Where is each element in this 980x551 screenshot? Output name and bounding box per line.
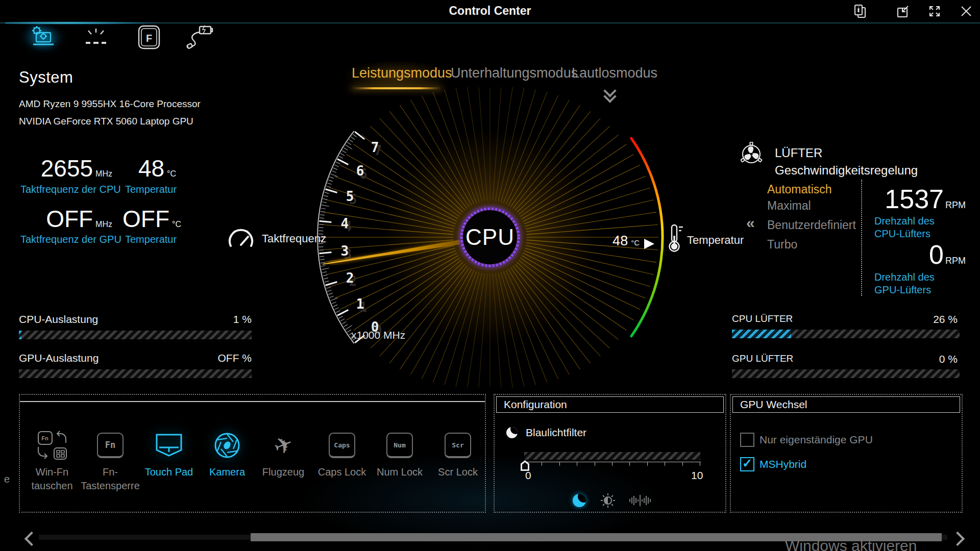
touchpad-icon (138, 429, 200, 462)
gpu-wechsel-title: GPU Wechsel (732, 396, 960, 413)
fn-key-icon: Fn (80, 429, 141, 462)
window-title: Control Center (0, 4, 980, 18)
mshybrid-label[interactable]: MSHybrid (760, 458, 806, 470)
num-key-icon: Num (369, 429, 430, 462)
tab-system[interactable] (18, 23, 66, 51)
tabbar: F (0, 23, 980, 52)
quick-button-label: Scr Lock (427, 465, 488, 479)
quick-buttons-panel-header (20, 395, 485, 402)
moon-icon (506, 427, 518, 438)
quick-button-label: Caps Lock (311, 465, 373, 479)
quick-button-label: Win-Fntauschen (21, 465, 83, 493)
temperature-label: Temperatur (687, 234, 744, 247)
svg-text:F: F (146, 33, 152, 44)
night-mode-icon[interactable] (573, 494, 586, 507)
backlight-icon (84, 27, 108, 48)
quick-button-win-fn-swap[interactable]: Fn Win-Fntauschen (21, 429, 83, 493)
svg-text:2: 2 (349, 273, 357, 289)
scroll-right-icon[interactable] (950, 532, 965, 546)
quick-button-label: Flugzeug (253, 465, 314, 479)
svg-text:6: 6 (356, 163, 364, 179)
temperature-pointer-icon (644, 239, 654, 249)
tab-fn-keys[interactable]: F (125, 23, 173, 51)
collapse-chevron-icon[interactable] (605, 90, 615, 101)
quick-button-fn-lock[interactable]: Fn Fn-Tastensperre (80, 429, 141, 493)
cpu-usage-bar (19, 331, 252, 339)
blaulichtfilter-slider-track[interactable] (524, 452, 700, 460)
gpu-frequency-label: Taktfrequenz der GPU (20, 234, 121, 245)
svg-text:3: 3 (340, 243, 349, 259)
windows-activation-watermark: Windows aktivieren (785, 537, 917, 551)
blaulichtfilter-row: Blaulichtfilter (506, 427, 586, 439)
control-center-window: Control Center (0, 0, 980, 551)
cpu-name: AMD Ryzen 9 9955HX 16-Core Processor (19, 98, 201, 110)
titlebar: Control Center (0, 0, 980, 22)
collapse-left-chevron-icon[interactable]: « (746, 214, 755, 232)
fan-option-benutzerdefiniert[interactable]: Benutzerdefiniert (767, 218, 856, 232)
maximize-icon[interactable] (926, 3, 943, 19)
fan-title-line2: Geschwindigkeitsregelung (775, 163, 918, 178)
quick-button-kamera[interactable]: Kamera (197, 429, 258, 479)
gpu-fan-rpm-label: Drehzahl des GPU-Lüfters (874, 271, 960, 296)
konfiguration-title: Konfiguration (496, 396, 724, 413)
mode-unterhaltungsmodus[interactable]: Unterhaltungsmodus (451, 65, 578, 81)
gpu-frequency-value: OFFMHz (20, 207, 112, 231)
fan-option-turbo[interactable]: Turbo (767, 238, 797, 252)
brightness-icon[interactable] (600, 493, 616, 508)
gpu-fan-rpm: 0RPM (864, 241, 966, 268)
quick-button-label: Num Lock (369, 465, 430, 479)
airplane-icon: ✈ (253, 429, 314, 462)
frequency-legend: Taktfrequenz (227, 228, 326, 250)
thermometer-icon (667, 223, 684, 255)
speedometer-icon (227, 228, 255, 250)
tab-power[interactable] (176, 23, 224, 51)
cpu-fan-rpm-label: Drehzahl des CPU-Lüfters (874, 215, 960, 240)
cpu-fan-bar (732, 330, 960, 338)
gpu-wechsel-panel: GPU Wechsel Nur eigenständige GPU ✓ MSHy… (730, 394, 963, 513)
quick-button-caps-lock[interactable]: Caps Caps Lock (311, 429, 373, 479)
cpu-temp-value: 48°C (122, 157, 176, 180)
svg-text:1: 1 (359, 299, 368, 315)
gpu-usage-row: GPU-Auslastung OFF % (19, 352, 252, 364)
svg-text:4: 4 (344, 219, 352, 234)
mode-leistungsmodus[interactable]: Leistungsmodus (352, 65, 452, 81)
svg-text:5: 5 (346, 189, 354, 204)
cpu-fan-rpm: 1537RPM (864, 186, 966, 212)
gpu-temp-value: OFF°C (122, 207, 176, 231)
gpu-name: NVIDIA GeForce RTX 5060 Laptop GPU (19, 116, 193, 127)
mode-active-underline (351, 87, 443, 89)
gpu-usage-bar (19, 369, 252, 378)
quick-button-touchpad[interactable]: Touch Pad (138, 429, 200, 479)
power-adapter-icon (186, 25, 214, 49)
fan-option-automatisch[interactable]: Automatisch (767, 183, 832, 196)
gpu-fan-row: GPU LÜFTER 0 % (732, 353, 958, 365)
mode-lautlosmodus[interactable]: Lautlosmodus (572, 65, 657, 81)
fan-icon (739, 142, 764, 168)
restore-window-icon[interactable] (894, 3, 912, 19)
quick-button-label: Fn-Tastensperre (80, 465, 141, 493)
quick-button-scr-lock[interactable]: Scr Scr Lock (427, 429, 488, 479)
quick-button-num-lock[interactable]: Num Num Lock (369, 429, 430, 479)
scroll-left-icon[interactable] (24, 532, 39, 546)
camera-aperture-icon (197, 429, 258, 462)
frequency-label: Taktfrequenz (262, 232, 326, 245)
svg-text:5: 5 (349, 192, 357, 207)
quick-button-flugzeug[interactable]: ✈ Flugzeug (253, 429, 314, 479)
cpu-frequency-value: 2655MHz (20, 157, 112, 180)
gauge-center-label: CPU (457, 224, 523, 250)
checkbox-dedicated-gpu[interactable] (740, 433, 754, 447)
fan-title-line1: LÜFTER (775, 146, 822, 160)
caps-key-icon: Caps (311, 429, 373, 462)
sound-wave-icon[interactable] (628, 494, 652, 507)
tab-keyboard-backlight[interactable] (72, 23, 120, 51)
checkbox-mshybrid[interactable]: ✓ (740, 457, 754, 471)
info-icon[interactable] (851, 3, 869, 19)
dedicated-gpu-label[interactable]: Nur eigenständige GPU (760, 434, 873, 446)
cpu-frequency-label: Taktfrequenz der CPU (20, 184, 121, 195)
fan-option-maximal[interactable]: Maximal (767, 199, 811, 213)
gauge-scale-unit: x1000 MHz (351, 329, 412, 341)
close-icon[interactable] (958, 3, 975, 19)
konfiguration-panel: Konfiguration Blaulichtfilter 0 10 (494, 394, 726, 513)
scr-key-icon: Scr (427, 429, 488, 462)
svg-text:3: 3 (344, 246, 352, 262)
